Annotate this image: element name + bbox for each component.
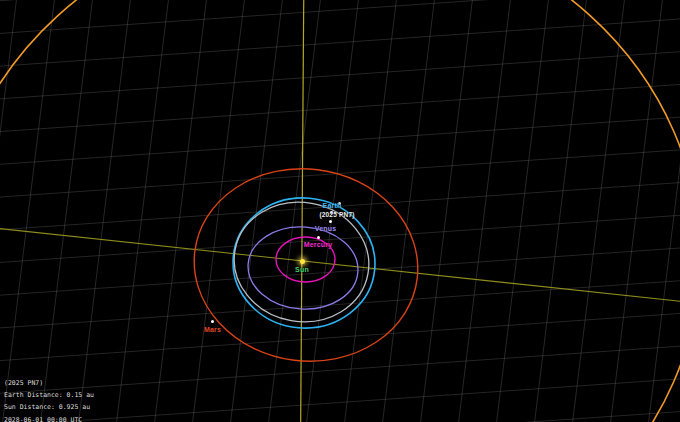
venus-dot (329, 220, 332, 223)
mars-label: Mars (204, 326, 221, 333)
orbit-viewer-canvas[interactable]: SunMercuryVenusEarth(2025 PN7)Mars (2025… (0, 0, 680, 422)
mars-dot (211, 320, 214, 323)
sun-label: Sun (295, 266, 309, 273)
info-line-2: Earth Distance: 0.15 au (4, 389, 94, 401)
info-line-4: 2028-06-01 00:00 UTC (4, 414, 94, 422)
info-line-3: Sun Distance: 0.925 au (4, 401, 94, 413)
y-axis (301, 0, 304, 422)
info-line-1: (2025 PN7) (4, 377, 94, 389)
mercury-dot (317, 236, 320, 239)
sun-dot (300, 259, 305, 264)
x-axis (0, 224, 680, 305)
pn7-label: (2025 PN7) (319, 211, 354, 218)
earth-label: Earth (323, 202, 342, 209)
venus-label: Venus (315, 225, 337, 232)
mercury-label: Mercury (304, 241, 333, 248)
object-info-panel: (2025 PN7)Earth Distance: 0.15 auSun Dis… (4, 377, 94, 422)
